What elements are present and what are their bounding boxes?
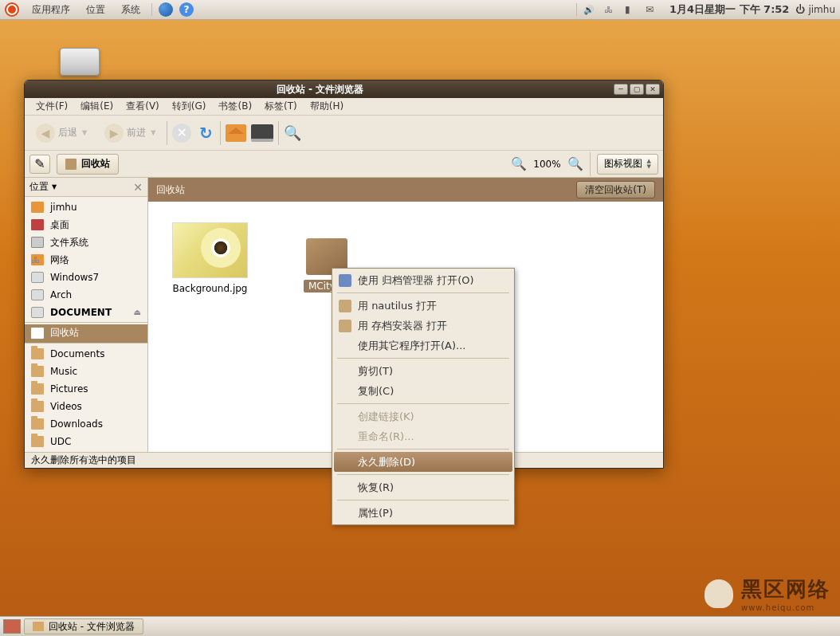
sidebar-item-pictures[interactable]: Pictures	[25, 380, 147, 398]
menu-tabs[interactable]: 标签(T)	[258, 100, 304, 113]
location-button[interactable]: 回收站	[57, 154, 119, 175]
sidebar-item-回收站[interactable]: 回收站	[25, 324, 147, 344]
ctx--K-: 创建链接(K)	[334, 406, 512, 426]
folder-icon	[31, 436, 44, 447]
computer-button[interactable]	[251, 124, 273, 142]
maximize-button[interactable]: ▢	[630, 84, 644, 95]
help-icon[interactable]: ?	[179, 2, 194, 17]
search-button[interactable]: 🔍	[284, 124, 301, 141]
menu-file[interactable]: 文件(F)	[29, 100, 74, 113]
ctx--nautilus-[interactable]: 用 nautilus 打开	[334, 296, 512, 316]
ctx-label: 剪切(T)	[358, 364, 393, 379]
sidebar-item-label: jimhu	[50, 202, 77, 213]
show-desktop-button[interactable]	[3, 619, 21, 634]
forward-arrow-icon: ▶	[104, 124, 124, 143]
zoom-out-button[interactable]: 🔍	[511, 156, 527, 171]
ctx--P-[interactable]: 属性(P)	[334, 503, 512, 523]
forward-button[interactable]: ▶前进▼	[98, 120, 162, 146]
taskbar-item[interactable]: 回收站 - 文件浏览器	[24, 618, 143, 634]
breadcrumb: 回收站	[156, 183, 185, 197]
mail-icon[interactable]	[646, 4, 660, 15]
ubuntu-logo-icon[interactable]	[5, 2, 19, 17]
empty-trash-button[interactable]: 清空回收站(T)	[576, 181, 655, 198]
sidebar-item-label: 网络	[50, 253, 69, 267]
minimize-button[interactable]: ─	[614, 84, 628, 95]
sidebar-item-music[interactable]: Music	[25, 363, 147, 380]
zoom-in-button[interactable]: 🔍	[567, 156, 583, 171]
sidebar-item-document[interactable]: DOCUMENT⏏	[25, 304, 147, 323]
menu-view[interactable]: 查看(V)	[120, 100, 166, 113]
separator	[337, 449, 509, 450]
image-thumbnail	[172, 222, 248, 278]
file-Background.jpg[interactable]: Background.jpg	[172, 222, 248, 294]
menu-bookmarks[interactable]: 书签(B)	[212, 100, 258, 113]
chevron-down-icon[interactable]: ▼	[52, 183, 57, 190]
menu-go[interactable]: 转到(G)	[166, 100, 213, 113]
folder-icon	[33, 622, 44, 631]
sidebar-item-label: Downloads	[50, 418, 103, 430]
stop-button[interactable]: ✕	[172, 124, 191, 143]
back-button[interactable]: ◀后退▼	[29, 120, 93, 146]
sidebar-item-downloads[interactable]: Downloads	[25, 415, 147, 433]
trash-icon	[65, 159, 77, 170]
view-mode-combo[interactable]: 图标视图▲▼	[597, 154, 658, 175]
menu-places[interactable]: 位置	[78, 3, 113, 17]
desktop-drive-icon[interactable]	[60, 48, 100, 76]
sidebar-item-label: DOCUMENT	[50, 307, 112, 318]
ctx--T-[interactable]: 剪切(T)	[334, 361, 512, 381]
ctx--R-: 重命名(R)...	[334, 426, 512, 446]
top-panel: 应用程序 位置 系统 ? 1月4日星期一 下午 7:52 jimhu	[0, 0, 840, 20]
bottom-panel: 回收站 - 文件浏览器	[0, 616, 840, 636]
sidebar-item-label: UDC	[50, 436, 71, 447]
menu-system[interactable]: 系统	[113, 3, 148, 17]
home-button[interactable]	[226, 124, 246, 142]
sidebar-item-jimhu[interactable]: jimhu	[25, 198, 147, 216]
battery-icon[interactable]	[625, 4, 639, 15]
ctx--O-[interactable]: 使用 归档管理器 打开(O)	[334, 270, 512, 290]
context-menu: 使用 归档管理器 打开(O)用 nautilus 打开用 存档安装器 打开使用其…	[332, 268, 515, 525]
separator	[576, 3, 577, 16]
ctx--A-[interactable]: 使用其它程序打开(A)...	[334, 336, 512, 355]
fs-icon	[31, 237, 44, 248]
chevron-down-icon: ▼	[151, 129, 155, 136]
folder-icon	[31, 383, 44, 395]
menubar: 文件(F) 编辑(E) 查看(V) 转到(G) 书签(B) 标签(T) 帮助(H…	[25, 98, 663, 116]
ctx--C-[interactable]: 复制(C)	[334, 381, 512, 401]
reload-button[interactable]: ↻	[196, 124, 215, 143]
close-sidebar-button[interactable]: ✕	[133, 181, 143, 194]
edit-location-button[interactable]: ✎	[29, 155, 50, 174]
ctx-label: 使用 归档管理器 打开(O)	[358, 273, 474, 288]
menu-edit[interactable]: 编辑(E)	[74, 100, 120, 113]
ctx-label: 重命名(R)...	[358, 430, 414, 444]
sidebar-item-网络[interactable]: 网络	[25, 251, 147, 269]
menu-applications[interactable]: 应用程序	[24, 3, 78, 17]
titlebar[interactable]: 回收站 - 文件浏览器 ─ ▢ ✕	[25, 80, 663, 98]
chevron-down-icon: ▼	[82, 129, 87, 136]
ctx--D-[interactable]: 永久删除(D)	[334, 452, 512, 472]
watermark: 黑区网络www.heiqu.com	[705, 575, 830, 612]
power-icon	[795, 4, 808, 15]
sidebar-item-documents[interactable]: Documents	[25, 345, 147, 363]
ctx--R-[interactable]: 恢复(R)	[334, 477, 512, 497]
eject-icon[interactable]: ⏏	[134, 308, 141, 316]
sidebar-item-videos[interactable]: Videos	[25, 398, 147, 415]
sidebar-item-文件系统[interactable]: 文件系统	[25, 234, 147, 251]
sidebar-item-桌面[interactable]: 桌面	[25, 216, 147, 234]
firefox-icon[interactable]	[159, 2, 173, 17]
sidebar-item-udc[interactable]: UDC	[25, 433, 147, 450]
volume-icon[interactable]	[583, 4, 598, 15]
back-arrow-icon: ◀	[36, 124, 55, 143]
ctx-label: 用 存档安装器 打开	[358, 319, 447, 333]
close-button[interactable]: ✕	[646, 84, 660, 95]
ctx--[interactable]: 用 存档安装器 打开	[334, 316, 512, 336]
menu-help[interactable]: 帮助(H)	[304, 100, 350, 113]
location-bar: ✎ 回收站 🔍 100% 🔍 图标视图▲▼	[25, 151, 663, 178]
ctx-label: 恢复(R)	[358, 481, 394, 495]
box-icon	[339, 320, 351, 332]
user-menu[interactable]: jimhu	[795, 4, 835, 15]
clock[interactable]: 1月4日星期一 下午 7:52	[663, 2, 795, 17]
content-header: 回收站 清空回收站(T)	[148, 178, 663, 202]
network-icon[interactable]	[604, 4, 618, 15]
sidebar-item-windows7[interactable]: Windows7	[25, 269, 147, 286]
sidebar-item-arch[interactable]: Arch	[25, 286, 147, 304]
